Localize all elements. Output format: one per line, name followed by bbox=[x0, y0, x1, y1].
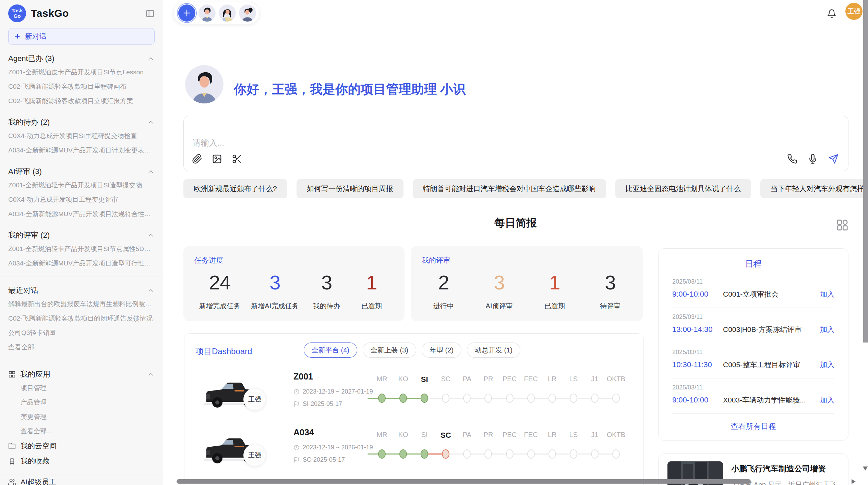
scroll-down-arrow[interactable] bbox=[863, 467, 868, 471]
card-title: 任务进度 bbox=[194, 256, 223, 265]
milestone-dot bbox=[378, 394, 386, 403]
notifications-bell-icon[interactable] bbox=[827, 9, 836, 18]
sidebar-item[interactable]: C0X4-动力总成开发项目SI里程碑提交物检查 bbox=[8, 129, 155, 143]
dashboard-tab[interactable]: 全新平台 (4) bbox=[304, 343, 357, 358]
sidebar-item[interactable]: 产品管理 bbox=[8, 395, 155, 410]
sidebar-item[interactable]: 变更管理 bbox=[8, 410, 155, 424]
suggestion-chip[interactable]: 比亚迪全固态电池计划具体说了什么 bbox=[615, 179, 751, 198]
project-code: Z001 bbox=[293, 372, 313, 382]
sidebar-item[interactable]: C02-飞腾新能源轻客改款项目立项汇报方案 bbox=[8, 94, 155, 108]
scroll-right-arrow[interactable] bbox=[852, 479, 856, 484]
stat-value: 24 bbox=[209, 273, 231, 293]
sidebar-item-ai-super-staff[interactable]: AI超级员工 bbox=[8, 474, 155, 485]
schedule-events: 2025/03/119:00-10:00C001-立项审批会加入2025/03/… bbox=[659, 273, 848, 414]
event-line: 10:30-11:30C005-整车工程目标评审加入 bbox=[672, 360, 834, 370]
input-placeholder: 请输入... bbox=[193, 137, 224, 148]
layout-grid-icon[interactable] bbox=[836, 219, 849, 232]
join-link[interactable]: 加入 bbox=[820, 395, 834, 405]
add-conversation-button[interactable] bbox=[178, 4, 195, 22]
milestone-label: LS bbox=[563, 375, 584, 383]
chevron-up-icon[interactable] bbox=[147, 371, 155, 378]
milestone-dot bbox=[612, 449, 620, 459]
suggestion-chip[interactable]: 如何写一份清晰的项目周报 bbox=[297, 179, 403, 198]
join-link[interactable]: 加入 bbox=[820, 325, 834, 334]
project-row[interactable]: 王强Z0012023-12-19 ~ 2027-01-19SI-2025-05-… bbox=[184, 368, 643, 423]
milestone-dot bbox=[527, 394, 535, 403]
dashboard-tab[interactable]: 年型 (2) bbox=[422, 343, 461, 358]
sidebar-item[interactable]: 查看全部... bbox=[8, 424, 155, 438]
stats-row: 24新增完成任务3新增AI完成任务3我的待办1已逾期 bbox=[183, 273, 405, 311]
section-label: 我的应用 bbox=[8, 369, 50, 380]
milestone-dot bbox=[463, 449, 471, 459]
join-link[interactable]: 加入 bbox=[820, 360, 834, 370]
schedule-event: 2025/03/119:00-10:00X003-车辆动力学性能验...加入 bbox=[672, 378, 834, 414]
user-avatar[interactable]: 王强 bbox=[845, 3, 863, 20]
suggestion-chip[interactable]: 特朗普可能对进口汽车增税会对中国车企造成哪些影响 bbox=[413, 179, 606, 198]
send-icon[interactable] bbox=[828, 154, 839, 165]
sidebar-item[interactable]: Z001-全新燃油皮卡产品开发项目SI节点Lesson Learn报告 bbox=[8, 65, 155, 79]
chat-input[interactable]: 请输入... bbox=[183, 116, 848, 171]
sidebar-item[interactable]: 项目管理 bbox=[8, 381, 155, 395]
sidebar-item[interactable]: C02-飞腾新能源轻客改款项目的闭环通告反馈情况 bbox=[8, 311, 155, 326]
project-row[interactable]: 王强A0342023-12-19 ~ 2026-01-19SC-2025-05-… bbox=[184, 424, 643, 479]
sidebar-item[interactable]: C02-飞腾新能源轻客改款项目里程碑画布 bbox=[8, 79, 155, 94]
sidebar-item[interactable]: 解释最新出台的欧盟报废车法规再生塑料比例被调至15%... bbox=[8, 297, 155, 311]
avatar[interactable] bbox=[219, 4, 236, 22]
ai-super-staff-label: AI超级员工 bbox=[21, 477, 56, 485]
dashboard-tab[interactable]: 全新上装 (3) bbox=[363, 343, 416, 358]
sidebar-item-cloud-space[interactable]: 我的云空间 bbox=[8, 438, 155, 453]
sidebar-item-favorites[interactable]: 我的收藏 bbox=[8, 453, 155, 469]
screenshot-scissors-icon[interactable] bbox=[232, 154, 242, 165]
new-chat-button[interactable]: 新对话 bbox=[8, 28, 155, 45]
section-label: 我的评审 (2) bbox=[8, 230, 50, 240]
sidebar-item[interactable]: C0X4-动力总成开发项目工程变更评审 bbox=[8, 192, 155, 207]
stat-label: 待评审 bbox=[600, 301, 620, 311]
milestone-dot bbox=[378, 449, 386, 459]
event-name: X003-车辆动力学性能验... bbox=[723, 395, 815, 405]
sidebar-section-header: 我的应用 bbox=[8, 368, 155, 381]
stat: 3待评审 bbox=[593, 273, 627, 311]
horizontal-scrollbar[interactable] bbox=[177, 479, 751, 484]
section-label-text: Agent已办 (3) bbox=[8, 53, 55, 64]
chevron-up-icon[interactable] bbox=[147, 55, 155, 62]
milestone-label: J1 bbox=[584, 375, 605, 383]
suggestion-chips: 欧洲新规最近颁布了什么?如何写一份清晰的项目周报特朗普可能对进口汽车增税会对中国… bbox=[183, 179, 868, 198]
join-link[interactable]: 加入 bbox=[820, 289, 834, 299]
insert-image-icon[interactable] bbox=[212, 154, 222, 165]
chevron-up-icon[interactable] bbox=[147, 287, 155, 294]
event-date: 2025/03/11 bbox=[672, 278, 834, 285]
sidebar-item[interactable]: A034-全新新能源MUV产品开发项目法规符合性评审 bbox=[8, 207, 155, 221]
task-progress-card: 任务进度 24新增完成任务3新增AI完成任务3我的待办1已逾期 bbox=[183, 246, 405, 321]
dashboard-tab[interactable]: 动总开发 (1) bbox=[467, 343, 520, 358]
collapse-sidebar-icon[interactable] bbox=[145, 9, 155, 18]
input-attachments bbox=[192, 154, 242, 165]
sidebar-item[interactable]: Z001-全新燃油轻卡产品开发项目SI造型提交物评审 bbox=[8, 178, 155, 192]
chevron-up-icon[interactable] bbox=[147, 232, 155, 239]
milestone-label: MR bbox=[371, 431, 393, 439]
sidebar-item[interactable]: A034-全新新能源MUV产品开发项目造型可行性评审 bbox=[8, 256, 155, 271]
sidebar-item[interactable]: 查看全部... bbox=[8, 340, 155, 355]
stat-label: 新增完成任务 bbox=[199, 301, 240, 311]
microphone-icon[interactable] bbox=[808, 154, 818, 165]
date-range-text: 2023-12-19 ~ 2027-01-19 bbox=[303, 388, 373, 395]
event-line: 9:00-10:00C001-立项审批会加入 bbox=[672, 289, 834, 299]
voice-call-icon[interactable] bbox=[787, 154, 797, 165]
chevron-up-icon[interactable] bbox=[147, 119, 155, 126]
suggestion-chip[interactable]: 当下年轻人对汽车外观有怎样的喜好趋势 bbox=[760, 179, 868, 198]
milestone-label: PEC bbox=[499, 431, 520, 439]
chevron-up-icon[interactable] bbox=[147, 168, 155, 175]
milestone-label: PR bbox=[478, 431, 499, 439]
milestone-label: LR bbox=[542, 375, 563, 383]
avatar[interactable] bbox=[198, 4, 216, 22]
avatar[interactable] bbox=[239, 4, 256, 22]
view-all-schedule-link[interactable]: 查看所有日程 bbox=[659, 421, 848, 432]
sidebar-item[interactable]: 公司Q3轻卡销量 bbox=[8, 326, 155, 340]
attach-file-icon[interactable] bbox=[192, 154, 202, 165]
sidebar-item[interactable]: A034-全新新能源MUV产品开发项目计划变更表编写 bbox=[8, 143, 155, 158]
milestone-label: LR bbox=[542, 431, 563, 439]
app-root: Task Go TaskGo 新对话 Agent已办 (3)Z001-全新燃油皮… bbox=[0, 0, 868, 485]
suggestion-chip[interactable]: 欧洲新规最近颁布了什么? bbox=[183, 179, 287, 198]
sidebar-item[interactable]: Z001-全新燃油轻卡产品开发项目SI节点属性5D文件评审 bbox=[8, 242, 155, 256]
vertical-scrollbar[interactable] bbox=[863, 0, 868, 343]
milestone-label: FEC bbox=[520, 431, 542, 439]
